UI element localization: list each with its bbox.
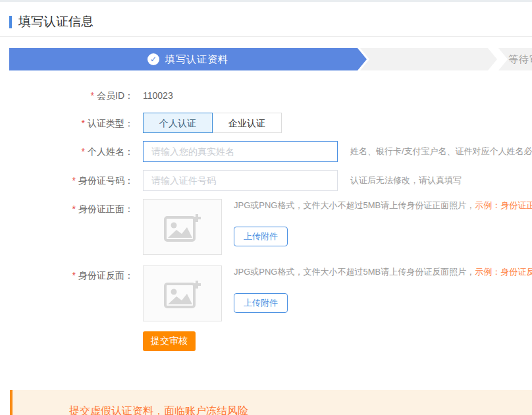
step-separator-segment (360, 48, 497, 70)
id-number-label: *身份证号码： (0, 174, 134, 187)
required-asterisk: * (82, 118, 85, 128)
submit-review-button[interactable]: 提交审核 (143, 331, 196, 351)
tab-personal-auth[interactable]: 个人认证 (143, 113, 213, 133)
required-asterisk: * (72, 175, 76, 186)
submit-row: 提交审核 (143, 331, 532, 351)
tab-enterprise-auth[interactable]: 企业认证 (212, 113, 282, 133)
auth-form: *会员ID： 110023 *认证类型： 个人认证 企业认证 *个人姓名： 姓名… (0, 89, 532, 351)
id-back-upload-button[interactable]: 上传附件 (234, 293, 288, 313)
required-asterisk: * (82, 146, 85, 157)
id-front-upload-preview[interactable] (143, 199, 222, 255)
auth-type-tabs: 个人认证 企业认证 (143, 113, 282, 133)
id-front-hint: JPG或PNG格式，文件大小不超过5MB请上传身份证正面照片，示例：身份证正面.… (234, 199, 532, 212)
id-number-input[interactable] (143, 170, 338, 191)
member-id-label: *会员ID： (0, 89, 134, 102)
id-back-label: *身份证反面： (0, 265, 134, 282)
page-title: 填写认证信息 (9, 15, 532, 28)
check-circle-icon: ✓ (147, 53, 159, 65)
page-header: 填写认证信息 (0, 2, 532, 37)
title-accent-bar (9, 16, 12, 28)
id-back-example-link[interactable]: 示例：身份证反面.png (475, 267, 532, 277)
member-id-row: *会员ID： 110023 (0, 89, 532, 102)
id-number-row: *身份证号码： 认证后无法修改，请认真填写 (0, 170, 532, 191)
image-placeholder-icon (164, 279, 201, 309)
page-title-text: 填写认证信息 (18, 15, 93, 28)
required-asterisk: * (72, 204, 76, 214)
step-fill-auth-info: ✓ 填写认证资料 (9, 48, 367, 70)
step-progress-bar: ✓ 填写认证资料 等待审核 (9, 48, 532, 70)
id-front-example-link[interactable]: 示例：身份证正面.png (475, 200, 532, 210)
auth-type-label: *认证类型： (0, 117, 134, 130)
auth-type-row: *认证类型： 个人认证 企业认证 (0, 113, 532, 133)
required-asterisk: * (72, 270, 76, 281)
warning-text: 提交虚假认证资料，面临账户冻结风险 (69, 404, 532, 415)
id-back-hint: JPG或PNG格式，文件大小不超过5MB请上传身份证反面照片，示例：身份证反面.… (234, 265, 532, 279)
id-front-upload-button[interactable]: 上传附件 (234, 227, 288, 246)
id-back-row: *身份证反面： JPG或PNG格式，文件大小不超过5MB请上传身份证反面照片，示… (0, 265, 532, 321)
person-name-input[interactable] (143, 141, 338, 162)
person-name-row: *个人姓名： 姓名、银行卡/支付宝户名、证件对应个人姓名必须一致 (0, 141, 532, 162)
member-id-value: 110023 (143, 90, 173, 101)
step-next-label: 等待审核 (508, 53, 532, 66)
warning-banner: 提交虚假认证资料，面临账户冻结风险 (10, 390, 532, 415)
required-asterisk: * (91, 90, 94, 101)
image-placeholder-icon (164, 212, 201, 242)
person-name-hint: 姓名、银行卡/支付宝户名、证件对应个人姓名必须一致 (350, 146, 532, 157)
step-current-label: 填写认证资料 (165, 53, 228, 66)
person-name-label: *个人姓名： (0, 145, 134, 158)
id-number-hint: 认证后无法修改，请认真填写 (350, 175, 462, 186)
id-front-row: *身份证正面： JPG或PNG格式，文件大小不超过5MB请上传身份证正面照片，示… (0, 199, 532, 255)
id-front-label: *身份证正面： (0, 199, 134, 215)
step-wait-review: 等待审核 (498, 48, 532, 70)
id-back-upload-preview[interactable] (143, 265, 222, 321)
